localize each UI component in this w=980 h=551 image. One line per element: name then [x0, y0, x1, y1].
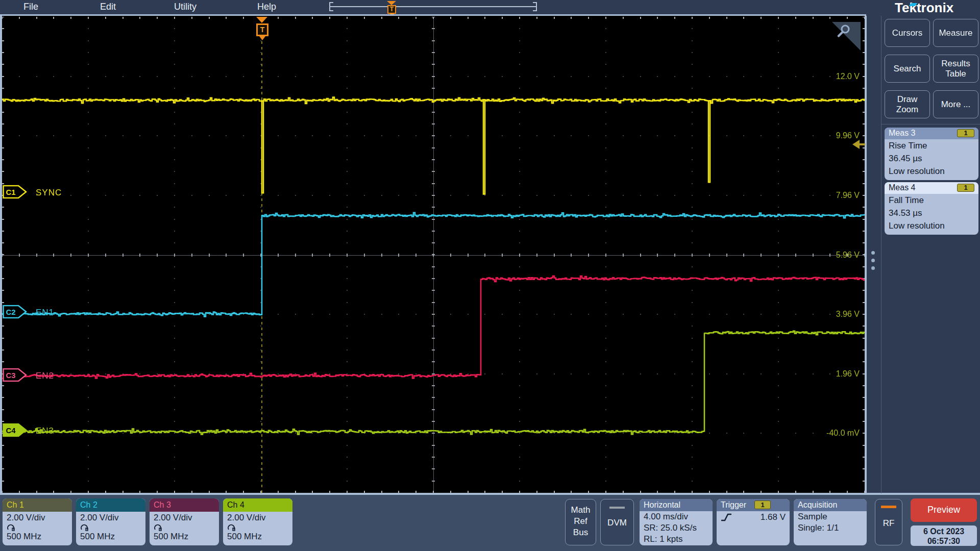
slider-right-bracket [533, 2, 537, 11]
trigger-source-badge: 1 [754, 500, 771, 509]
graticule-right-border [865, 16, 867, 495]
more-button[interactable]: More ... [933, 90, 978, 118]
meas-line: Rise Time [885, 139, 978, 152]
rf-indicator-bar [881, 506, 896, 508]
acquisition-box[interactable]: Acquisition SampleSingle: 1/1 [794, 499, 867, 545]
meas-box-4[interactable]: Meas 41Fall Time34.53 µsLow resolution [885, 182, 978, 235]
dvm-indicator-bar [609, 507, 625, 509]
meas-line: 36.45 µs [885, 152, 978, 165]
horizontal-position-slider[interactable] [329, 6, 537, 7]
trigger-level-value: 1.68 V [761, 512, 786, 522]
probe-icon [227, 523, 292, 532]
probe-icon [154, 523, 219, 532]
probe-icon [7, 523, 72, 532]
channel-box-header: Ch 3 [150, 498, 219, 512]
channel-box-2[interactable]: Ch 22.00 V/div500 MHz [76, 498, 145, 545]
svg-text:C2: C2 [6, 307, 15, 316]
meas-title: Meas 4 [889, 183, 915, 192]
meas-line: Low resolution [885, 219, 978, 232]
channel-badge-c4[interactable]: C4 [3, 423, 27, 439]
horizontal-line: 4.00 ms/div [640, 511, 713, 522]
channel-bandwidth: 500 MHz [223, 532, 292, 542]
meas-line: 34.53 µs [885, 207, 978, 219]
meas-title: Meas 3 [889, 129, 915, 137]
menu-item-utility[interactable]: Utility [174, 0, 197, 14]
menu-item-edit[interactable]: Edit [100, 0, 116, 14]
svg-text:C3: C3 [6, 371, 15, 380]
channel-box-header: Ch 2 [76, 498, 145, 512]
channel-box-3[interactable]: Ch 32.00 V/div500 MHz [150, 498, 219, 545]
menu-item-help[interactable]: Help [257, 0, 276, 14]
trace-label-en2: EN2 [36, 371, 54, 381]
volt-label: 9.96 V [836, 131, 860, 140]
rf-button[interactable]: RF [875, 499, 902, 545]
horizontal-header: Horizontal [640, 499, 713, 511]
channel-badge-c1[interactable]: C1 [3, 185, 27, 201]
meas-box-3[interactable]: Meas 31Rise Time36.45 µsLow resolution [885, 128, 978, 180]
horizontal-box[interactable]: Horizontal 4.00 ms/divSR: 25.0 kS/sRL: 1… [640, 499, 713, 545]
cursors-button[interactable]: Cursors [885, 19, 930, 47]
channel-bandwidth: 500 MHz [3, 532, 72, 542]
trigger-slope-icon [721, 513, 732, 521]
trace-label-sync: SYNC [36, 188, 62, 198]
draw-zoom-button[interactable]: Draw Zoom [885, 90, 930, 118]
measure-button[interactable]: Measure [933, 19, 978, 47]
preview-button[interactable]: Preview [911, 498, 977, 522]
meas-source-badge: 1 [957, 184, 974, 192]
volt-label: 3.96 V [836, 310, 860, 319]
channel-vdiv: 2.00 V/div [76, 513, 145, 523]
probe-icon [80, 523, 145, 532]
panel-divider-horizontal [881, 124, 980, 124]
channel-box-header: Ch 1 [3, 498, 72, 512]
horizontal-line: SR: 25.0 kS/s [640, 522, 713, 534]
channel-vdiv: 2.00 V/div [150, 513, 219, 523]
date-label: 6 Oct 2023 [911, 527, 977, 536]
trigger-position-flag[interactable]: T [256, 23, 268, 36]
time-label: 06:57:30 [911, 536, 977, 546]
slider-trigger-arrow-icon[interactable] [387, 1, 396, 5]
panel-drag-handle[interactable] [871, 251, 875, 274]
dvm-button[interactable]: DVM [600, 499, 634, 545]
graticule-bottom-border [0, 493, 980, 495]
magnifier-icon[interactable] [836, 24, 851, 39]
meas-line: Fall Time [885, 194, 978, 207]
horizontal-line: RL: 1 kpts [640, 534, 713, 545]
channel-badge-c3[interactable]: C3 [3, 368, 27, 384]
acquisition-line: Sample [794, 511, 867, 522]
volt-label: -40.0 mV [826, 429, 860, 438]
tektronix-logo: Tektronix [895, 0, 979, 14]
volt-label: 12.0 V [836, 72, 860, 81]
channel-bandwidth: 500 MHz [150, 532, 219, 542]
acquisition-header: Acquisition [794, 499, 867, 511]
meas-source-badge: 1 [957, 129, 974, 137]
volt-label: 5.96 V [836, 251, 860, 260]
search-button[interactable]: Search [885, 55, 930, 83]
channel-vdiv: 2.00 V/div [223, 513, 292, 523]
volt-label: 1.96 V [836, 369, 860, 379]
menu-separator [0, 14, 866, 16]
trace-label-en3: EN3 [36, 426, 54, 436]
results-table-button[interactable]: Results Table [933, 55, 978, 83]
trigger-position-flag-tail [259, 36, 265, 40]
volt-label: 7.96 V [836, 191, 860, 200]
slider-left-bracket [329, 2, 333, 11]
svg-text:C1: C1 [6, 187, 15, 196]
menu-item-file[interactable]: File [23, 0, 38, 14]
rf-label: RF [875, 518, 902, 529]
math-ref-bus-button[interactable]: Math Ref Bus [565, 499, 596, 545]
svg-text:C4: C4 [6, 426, 16, 435]
trigger-header: Trigger1 [717, 499, 790, 511]
channel-badge-c2[interactable]: C2 [3, 305, 27, 320]
dvm-label: DVM [601, 518, 633, 528]
waveform-canvas [2, 17, 865, 493]
channel-box-1[interactable]: Ch 12.00 V/div500 MHz [3, 498, 72, 545]
trigger-box[interactable]: Trigger1 1.68 V [717, 499, 790, 545]
channel-box-4[interactable]: Ch 42.00 V/div500 MHz [223, 498, 292, 545]
channel-bandwidth: 500 MHz [76, 532, 145, 542]
trace-label-en1: EN1 [36, 308, 54, 318]
channel-box-header: Ch 4 [223, 498, 292, 512]
menu-bar: FileEditUtilityHelp T [0, 0, 980, 14]
trigger-position-arrow-icon[interactable] [256, 17, 267, 23]
slider-trigger-handle[interactable]: T [387, 5, 396, 14]
waveform-display[interactable] [2, 16, 865, 493]
